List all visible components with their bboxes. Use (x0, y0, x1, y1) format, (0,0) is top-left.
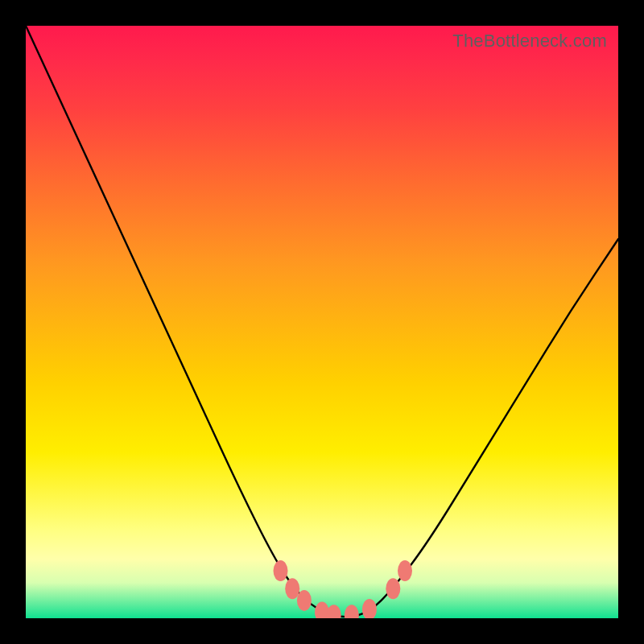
curve-marker (398, 560, 412, 581)
watermark-text: TheBottleneck.com (452, 31, 607, 52)
curve-marker (386, 578, 400, 599)
marker-layer (26, 26, 618, 618)
plot-area: TheBottleneck.com (26, 26, 618, 618)
curve-marker (297, 590, 312, 611)
curve-marker (274, 560, 288, 581)
curve-marker (345, 605, 359, 618)
curve-marker (327, 605, 341, 618)
curve-marker (285, 578, 299, 599)
chart-frame: TheBottleneck.com (0, 0, 644, 644)
curve-marker (362, 599, 377, 618)
